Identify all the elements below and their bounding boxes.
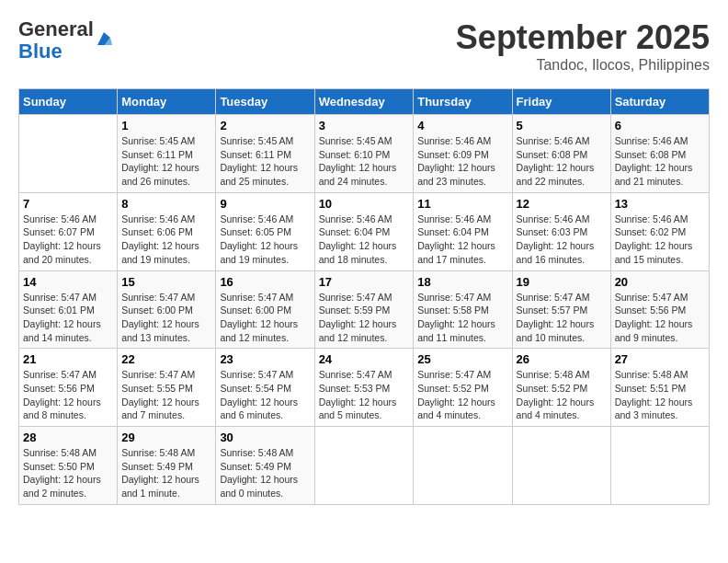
day-cell: 28Sunrise: 5:48 AM Sunset: 5:50 PM Dayli… (19, 427, 118, 505)
day-cell: 24Sunrise: 5:47 AM Sunset: 5:53 PM Dayli… (314, 349, 414, 427)
day-number: 18 (417, 275, 507, 289)
col-header-friday: Friday (512, 89, 610, 115)
day-number: 15 (121, 275, 211, 289)
day-cell: 5Sunrise: 5:46 AM Sunset: 6:08 PM Daylig… (512, 115, 610, 193)
day-cell: 17Sunrise: 5:47 AM Sunset: 5:59 PM Dayli… (314, 270, 414, 349)
location: Tandoc, Ilocos, Philippines (456, 57, 710, 74)
day-number: 28 (23, 431, 113, 444)
day-cell: 7Sunrise: 5:46 AM Sunset: 6:07 PM Daylig… (19, 192, 118, 270)
day-cell: 4Sunrise: 5:46 AM Sunset: 6:09 PM Daylig… (414, 115, 512, 193)
logo-blue: Blue (18, 40, 63, 63)
day-info: Sunrise: 5:47 AM Sunset: 5:56 PM Dayligh… (615, 291, 705, 345)
day-info: Sunrise: 5:47 AM Sunset: 6:01 PM Dayligh… (23, 291, 113, 345)
logo-icon (96, 30, 112, 47)
day-number: 13 (615, 197, 705, 211)
day-number: 27 (615, 352, 705, 366)
day-number: 21 (23, 352, 113, 366)
day-cell: 27Sunrise: 5:48 AM Sunset: 5:51 PM Dayli… (610, 349, 709, 427)
day-number: 14 (23, 275, 113, 289)
day-info: Sunrise: 5:47 AM Sunset: 6:00 PM Dayligh… (121, 291, 211, 345)
col-header-sunday: Sunday (19, 89, 118, 115)
day-number: 19 (517, 275, 607, 289)
day-number: 3 (319, 119, 410, 132)
calendar-table: SundayMondayTuesdayWednesdayThursdayFrid… (18, 88, 710, 505)
month-title: September 2025 (456, 18, 710, 57)
day-cell: 2Sunrise: 5:45 AM Sunset: 6:11 PM Daylig… (216, 115, 314, 193)
day-number: 5 (517, 119, 607, 132)
day-cell: 13Sunrise: 5:46 AM Sunset: 6:02 PM Dayli… (610, 192, 709, 270)
day-info: Sunrise: 5:48 AM Sunset: 5:50 PM Dayligh… (23, 446, 113, 500)
day-cell: 21Sunrise: 5:47 AM Sunset: 5:56 PM Dayli… (19, 349, 118, 427)
day-info: Sunrise: 5:47 AM Sunset: 5:54 PM Dayligh… (220, 368, 310, 422)
day-cell: 20Sunrise: 5:47 AM Sunset: 5:56 PM Dayli… (610, 270, 709, 349)
day-cell: 22Sunrise: 5:47 AM Sunset: 5:55 PM Dayli… (118, 349, 216, 427)
logo-general: General (18, 17, 94, 40)
day-number: 9 (220, 197, 310, 211)
week-row-4: 21Sunrise: 5:47 AM Sunset: 5:56 PM Dayli… (19, 349, 710, 427)
day-cell: 19Sunrise: 5:47 AM Sunset: 5:57 PM Dayli… (512, 270, 610, 349)
day-cell: 26Sunrise: 5:48 AM Sunset: 5:52 PM Dayli… (512, 349, 610, 427)
day-cell: 9Sunrise: 5:46 AM Sunset: 6:05 PM Daylig… (216, 192, 314, 270)
col-header-tuesday: Tuesday (216, 89, 314, 115)
day-info: Sunrise: 5:45 AM Sunset: 6:11 PM Dayligh… (220, 134, 310, 189)
header-row: SundayMondayTuesdayWednesdayThursdayFrid… (19, 89, 710, 115)
day-cell: 15Sunrise: 5:47 AM Sunset: 6:00 PM Dayli… (118, 270, 216, 349)
day-cell: 29Sunrise: 5:48 AM Sunset: 5:49 PM Dayli… (118, 427, 216, 505)
week-row-2: 7Sunrise: 5:46 AM Sunset: 6:07 PM Daylig… (19, 192, 710, 270)
day-info: Sunrise: 5:47 AM Sunset: 5:53 PM Dayligh… (319, 368, 410, 422)
day-info: Sunrise: 5:46 AM Sunset: 6:05 PM Dayligh… (220, 213, 310, 267)
day-cell: 12Sunrise: 5:46 AM Sunset: 6:03 PM Dayli… (512, 192, 610, 270)
day-info: Sunrise: 5:46 AM Sunset: 6:09 PM Dayligh… (417, 134, 507, 189)
day-cell: 16Sunrise: 5:47 AM Sunset: 6:00 PM Dayli… (216, 270, 314, 349)
day-number: 20 (615, 275, 705, 289)
day-info: Sunrise: 5:48 AM Sunset: 5:52 PM Dayligh… (517, 368, 607, 422)
day-info: Sunrise: 5:47 AM Sunset: 5:52 PM Dayligh… (417, 368, 507, 422)
day-cell: 18Sunrise: 5:47 AM Sunset: 5:58 PM Dayli… (414, 270, 512, 349)
day-info: Sunrise: 5:46 AM Sunset: 6:03 PM Dayligh… (517, 213, 607, 267)
day-info: Sunrise: 5:47 AM Sunset: 5:55 PM Dayligh… (121, 368, 211, 422)
day-number: 16 (220, 275, 310, 289)
day-number: 12 (517, 197, 607, 211)
day-number: 4 (417, 119, 507, 132)
day-info: Sunrise: 5:45 AM Sunset: 6:11 PM Dayligh… (121, 134, 211, 189)
day-number: 17 (319, 275, 410, 289)
day-cell (512, 427, 610, 505)
day-info: Sunrise: 5:46 AM Sunset: 6:04 PM Dayligh… (417, 213, 507, 267)
day-number: 24 (319, 352, 410, 366)
day-info: Sunrise: 5:47 AM Sunset: 5:59 PM Dayligh… (319, 291, 410, 345)
day-info: Sunrise: 5:46 AM Sunset: 6:04 PM Dayligh… (319, 213, 410, 267)
day-cell: 14Sunrise: 5:47 AM Sunset: 6:01 PM Dayli… (19, 270, 118, 349)
day-number: 23 (220, 352, 310, 366)
col-header-thursday: Thursday (414, 89, 512, 115)
day-number: 11 (417, 197, 507, 211)
day-cell: 11Sunrise: 5:46 AM Sunset: 6:04 PM Dayli… (414, 192, 512, 270)
col-header-monday: Monday (118, 89, 216, 115)
day-cell: 3Sunrise: 5:45 AM Sunset: 6:10 PM Daylig… (314, 115, 414, 193)
day-number: 25 (417, 352, 507, 366)
day-cell: 25Sunrise: 5:47 AM Sunset: 5:52 PM Dayli… (414, 349, 512, 427)
day-info: Sunrise: 5:47 AM Sunset: 5:56 PM Dayligh… (23, 368, 113, 422)
day-number: 29 (121, 431, 211, 444)
title-block: September 2025 Tandoc, Ilocos, Philippin… (456, 18, 710, 74)
day-cell: 1Sunrise: 5:45 AM Sunset: 6:11 PM Daylig… (118, 115, 216, 193)
week-row-1: 1Sunrise: 5:45 AM Sunset: 6:11 PM Daylig… (19, 115, 710, 193)
week-row-3: 14Sunrise: 5:47 AM Sunset: 6:01 PM Dayli… (19, 270, 710, 349)
page-header: General Blue September 2025 Tandoc, Iloc… (18, 18, 710, 74)
week-row-5: 28Sunrise: 5:48 AM Sunset: 5:50 PM Dayli… (19, 427, 710, 505)
day-number: 2 (220, 119, 310, 132)
day-number: 8 (121, 197, 211, 211)
day-cell (610, 427, 709, 505)
day-info: Sunrise: 5:47 AM Sunset: 5:58 PM Dayligh… (417, 291, 507, 345)
day-cell: 30Sunrise: 5:48 AM Sunset: 5:49 PM Dayli… (216, 427, 314, 505)
day-info: Sunrise: 5:48 AM Sunset: 5:51 PM Dayligh… (615, 368, 705, 422)
logo-text: General Blue (18, 18, 94, 63)
day-number: 7 (23, 197, 113, 211)
day-info: Sunrise: 5:46 AM Sunset: 6:07 PM Dayligh… (23, 213, 113, 267)
day-info: Sunrise: 5:46 AM Sunset: 6:06 PM Dayligh… (121, 213, 211, 267)
day-number: 6 (615, 119, 705, 132)
day-cell: 23Sunrise: 5:47 AM Sunset: 5:54 PM Dayli… (216, 349, 314, 427)
day-cell: 8Sunrise: 5:46 AM Sunset: 6:06 PM Daylig… (118, 192, 216, 270)
logo: General Blue (18, 18, 112, 63)
day-info: Sunrise: 5:46 AM Sunset: 6:02 PM Dayligh… (615, 213, 705, 267)
day-info: Sunrise: 5:47 AM Sunset: 6:00 PM Dayligh… (220, 291, 310, 345)
